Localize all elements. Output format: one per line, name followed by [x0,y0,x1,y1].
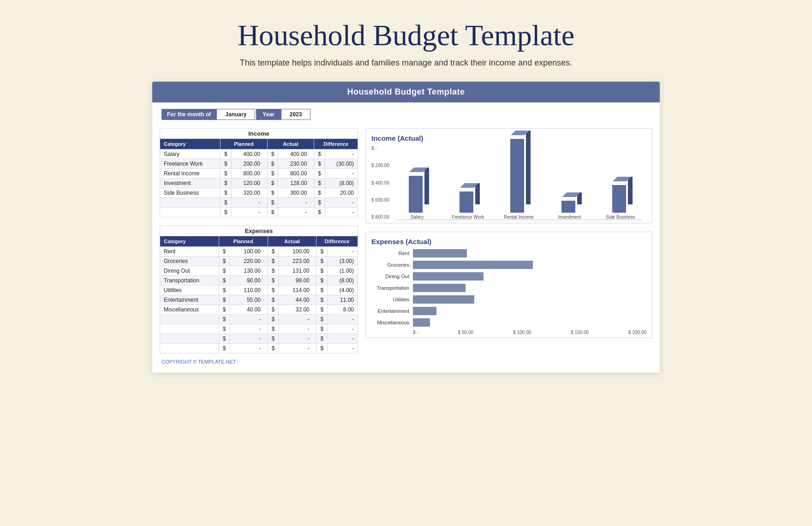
expenses-row: $ - $ - $ - [160,344,358,353]
expenses-actual-val: - [279,344,316,353]
hbar-track [413,284,646,292]
income-y-axis: $ 800.00$ 600.00$ 400.00$ 200.00$ - [371,146,389,220]
expenses-row: $ - $ - $ - [160,334,358,344]
expenses-planned-dollar: $ [219,295,230,305]
hbar-track [413,318,646,327]
expenses-diff-dollar: $ [316,295,328,305]
income-actual-dollar: $ [267,159,278,169]
hbar-label: Rent [371,251,413,256]
bar-3d [612,180,629,213]
income-chart-area: $ 800.00$ 600.00$ 400.00$ 200.00$ - Sala… [371,146,646,220]
x-axis-label: $ 200.00 [628,330,646,335]
expenses-actual-dollar: $ [268,266,279,276]
expenses-row: Miscellaneous $ 40.00 $ 32.00 $ 8.00 [160,305,358,315]
income-diff-dollar: $ [314,179,325,188]
income-actual-val: 230.00 [278,159,314,169]
expenses-x-axis: $ -$ 50.00$ 100.00$ 150.00$ 200.00 [413,330,646,335]
expenses-category: Utilities [160,286,219,295]
income-actual-dollar: $ [267,188,278,198]
expenses-planned-val: 90.00 [230,276,268,286]
income-actual-dollar: $ [267,208,278,217]
income-category [160,208,221,217]
hbar-fill [413,307,436,315]
income-row: $ - $ - $ - [160,198,358,208]
income-planned-dollar: $ [221,169,232,179]
expenses-planned-val: 110.00 [230,286,268,295]
year-value: 2023 [281,109,311,120]
hbar-label: Entertainment [371,308,413,314]
income-table: Income Category Planned Actual Differenc… [160,128,358,217]
income-table-container: Income Category Planned Actual Differenc… [160,128,358,217]
hbar-label: Transportation [371,285,413,291]
bar-front [561,201,575,213]
expenses-diff-dollar: $ [316,334,328,344]
year-label: Year [256,109,281,120]
income-category: Freelance Work [160,159,221,169]
col-category-income: Category [160,139,221,149]
income-planned-val: 200.00 [231,159,267,169]
bar-group: Investment [549,196,591,220]
hbar-row: Rent [371,249,646,257]
bar-group: Side Business [599,180,642,220]
expenses-diff-val: (8.00) [328,276,358,286]
bar-3d [409,171,425,213]
expenses-actual-dollar: $ [268,276,279,286]
income-category: Side Business [160,188,221,198]
income-diff-dollar: $ [314,169,325,179]
income-actual-val: 300.00 [278,188,314,198]
expenses-planned-val: 220.00 [230,257,268,266]
hbar-track [413,307,646,315]
expenses-actual-dollar: $ [268,295,279,305]
expenses-category: Miscellaneous [160,305,219,315]
expenses-category: Entertainment [160,295,219,305]
expenses-diff-val: - [328,344,358,353]
income-planned-val: 800.00 [231,169,267,179]
hbar-fill [413,261,533,269]
hbar-fill [413,284,466,292]
expenses-category: Rent [160,247,219,257]
expenses-category: Groceries [160,257,219,266]
y-axis-label: $ 800.00 [371,215,389,220]
income-planned-val: - [231,208,267,217]
bar-label: Freelance Work [452,215,484,220]
expenses-category [160,315,219,324]
bar-front [612,185,626,213]
expenses-section-header: Expenses [160,226,358,236]
income-row: $ - $ - $ - [160,208,358,217]
expenses-actual-val: 100.00 [279,247,316,257]
y-axis-label: $ 400.00 [371,180,389,185]
expenses-actual-val: 114.00 [279,286,316,295]
income-planned-dollar: $ [221,179,232,188]
income-diff-val: - [325,149,358,159]
bar-side [424,167,429,204]
bar-label: Salary [411,215,424,220]
expenses-planned-dollar: $ [219,315,230,324]
income-actual-val: 400.00 [278,149,314,159]
expenses-row: Utilities $ 110.00 $ 114.00 $ (4.00) [160,286,358,295]
income-diff-dollar: $ [314,198,325,208]
expenses-category: Dining Out [160,266,219,276]
expenses-planned-dollar: $ [219,324,230,334]
bar-group: Freelance Work [447,187,489,220]
income-row: Side Business $ 320.00 $ 300.00 $ 20.00 [160,188,358,198]
hbar-row: Entertainment [371,307,646,315]
x-axis-label: $ - [413,330,418,335]
income-planned-val: - [231,198,267,208]
expenses-actual-val: 223.00 [279,257,316,266]
month-row: For the month of January Year 2023 [161,109,660,120]
income-row: Freelance Work $ 200.00 $ 230.00 $ (30.0… [160,159,358,169]
y-axis-label: $ 600.00 [371,197,389,203]
expenses-diff-dollar: $ [316,266,328,276]
expenses-diff-dollar: $ [316,286,328,295]
expenses-diff-dollar: $ [316,344,328,353]
expenses-table-container: Expenses Category Planned Actual Differe… [160,226,358,353]
page-title: Household Budget Template [238,18,574,53]
x-axis-label: $ 50.00 [458,330,473,335]
expenses-planned-dollar: $ [219,247,230,257]
income-chart-box: Income (Actual) $ 800.00$ 600.00$ 400.00… [365,128,652,223]
income-row: Investment $ 120.00 $ 128.00 $ (8.00) [160,179,358,188]
expenses-planned-val: 55.00 [230,295,268,305]
y-axis-label: $ - [371,146,389,151]
expenses-actual-dollar: $ [268,305,279,315]
income-category: Rental Income [160,169,221,179]
